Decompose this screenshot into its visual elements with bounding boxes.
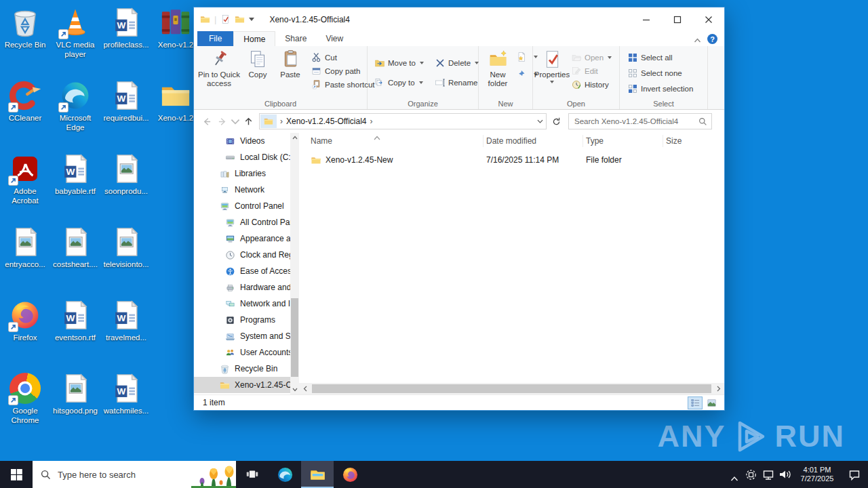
up-button[interactable] — [240, 117, 256, 127]
desktop-icon-entryacco[interactable]: entryacco... — [0, 226, 50, 269]
pin-to-quick-access-button[interactable]: Pin to Quick access — [197, 48, 241, 88]
open-button[interactable]: Open — [571, 52, 612, 63]
taskbar-edge-button[interactable] — [269, 461, 301, 488]
desktop-icon-eventson-rtf[interactable]: Weventson.rtf — [50, 300, 100, 342]
desktop-icon-profileclass[interactable]: Wprofileclass... — [101, 7, 151, 49]
maximize-button[interactable] — [662, 7, 693, 31]
search-input[interactable] — [573, 117, 698, 126]
tray-chevron-up-icon[interactable] — [726, 472, 743, 477]
tab-home[interactable]: Home — [233, 31, 275, 47]
task-view-button[interactable] — [236, 461, 269, 488]
tray-sandbox-icon[interactable] — [743, 469, 760, 481]
action-center-icon[interactable] — [841, 469, 868, 481]
scrollbar-thumb[interactable] — [291, 298, 298, 377]
taskbar-search-box[interactable] — [33, 461, 236, 488]
taskbar-clock[interactable]: 4:01 PM 7/27/2025 — [793, 466, 841, 483]
start-button[interactable] — [0, 461, 33, 488]
back-button[interactable] — [198, 117, 214, 127]
desktop-icon-ccleaner[interactable]: CCleaner — [0, 80, 50, 123]
nav-item-xeno-v1-2-45-of[interactable]: Xeno-v1.2.45-Of — [194, 377, 290, 393]
nav-item-videos[interactable]: Videos — [194, 133, 290, 149]
nav-item-local-disk-c[interactable]: Local Disk (C:) — [194, 149, 290, 165]
desktop-icon-firefox[interactable]: Firefox — [0, 300, 50, 342]
desktop-icon-televisionto[interactable]: televisionto... — [101, 226, 151, 269]
nav-item-programs[interactable]: Programs — [194, 312, 290, 328]
nav-item-all-control-par[interactable]: All Control Par — [194, 214, 290, 230]
breadcrumb[interactable]: Xeno-v1.2.45-Official4 — [286, 117, 367, 126]
address-folder-icon[interactable] — [260, 115, 277, 128]
desktop-icon-babyable-rtf[interactable]: Wbabyable.rtf — [50, 153, 100, 196]
delete-button[interactable]: Delete — [435, 57, 479, 68]
nav-item-libraries[interactable]: Libraries — [194, 165, 290, 182]
paste-shortcut-button[interactable]: Paste shortcut — [311, 79, 375, 90]
refresh-icon[interactable] — [548, 117, 564, 126]
help-icon[interactable]: ? — [707, 34, 717, 44]
forward-button[interactable] — [214, 117, 231, 127]
desktop-icon-adobe-acrobat[interactable]: Adobe Acrobat — [0, 153, 50, 205]
properties-icon[interactable] — [220, 14, 231, 24]
chevron-down-icon[interactable] — [249, 18, 254, 21]
tray-network-icon[interactable] — [760, 469, 776, 481]
folder-icon[interactable] — [235, 14, 245, 24]
nav-item-appearance-an[interactable]: Appearance an — [194, 230, 290, 247]
minimize-button[interactable] — [631, 7, 662, 31]
properties-button[interactable]: Properties — [536, 48, 568, 83]
address-dropdown-icon[interactable] — [534, 119, 546, 123]
desktop-icon-microsoft-edge[interactable]: Microsoft Edge — [50, 80, 100, 132]
nav-item-system-and-se[interactable]: System and Se — [194, 328, 290, 344]
scroll-up-icon[interactable] — [290, 133, 299, 142]
scrollbar-thumb[interactable] — [312, 384, 711, 393]
cut-button[interactable]: Cut — [311, 52, 375, 63]
column-header-name[interactable]: Name — [299, 135, 484, 147]
nav-scrollbar[interactable] — [290, 133, 299, 394]
column-header-size[interactable]: Size — [663, 135, 722, 147]
search-icon[interactable] — [698, 117, 707, 126]
desktop-icon-vlc-media-player[interactable]: VLC media player — [50, 7, 100, 59]
horizontal-scrollbar[interactable] — [299, 383, 724, 394]
breadcrumb-chevron[interactable]: › — [367, 117, 376, 126]
copy-to-button[interactable]: Copy to — [374, 77, 424, 88]
taskbar-firefox-button[interactable] — [334, 461, 366, 488]
copy-path-button[interactable]: Copy path — [311, 65, 375, 77]
invert-selection-button[interactable]: Invert selection — [627, 83, 693, 94]
tab-view[interactable]: View — [316, 31, 353, 46]
rename-button[interactable]: Rename — [435, 77, 479, 88]
recent-locations-icon[interactable] — [231, 117, 240, 127]
file-row-xeno-v1-2-45-new[interactable]: Xeno-v1.2.45-New7/16/2025 11:14 PMFile f… — [299, 152, 724, 167]
edit-button[interactable]: Edit — [571, 65, 612, 77]
folder-icon[interactable] — [200, 14, 210, 24]
nav-item-clock-and-regi[interactable]: Clock and Regi — [194, 247, 290, 263]
nav-item-control-panel[interactable]: Control Panel — [194, 198, 290, 214]
new-folder-button[interactable]: New folder — [481, 48, 514, 88]
select-all-button[interactable]: Select all — [627, 52, 693, 63]
move-to-button[interactable]: Move to — [374, 57, 424, 68]
tab-file[interactable]: File — [197, 31, 233, 46]
tray-volume-icon[interactable] — [776, 469, 793, 480]
scroll-left-icon[interactable] — [299, 383, 311, 394]
history-button[interactable]: History — [571, 79, 612, 90]
copy-button[interactable]: Copy — [241, 48, 274, 79]
nav-item-hardware-and-s[interactable]: Hardware and S — [194, 279, 290, 296]
tab-share[interactable]: Share — [275, 31, 316, 46]
desktop-icon-soonprodu[interactable]: soonprodu... — [101, 153, 151, 196]
details-view-button[interactable] — [688, 396, 703, 409]
column-header-type[interactable]: Type — [583, 135, 663, 147]
desktop-icon-watchmiles[interactable]: Wwatchmiles... — [101, 373, 151, 415]
taskbar-file-explorer-button[interactable] — [301, 461, 334, 488]
desktop-icon-recycle-bin[interactable]: Recycle Bin — [0, 7, 50, 49]
nav-item-network-and-in[interactable]: Network and In — [194, 296, 290, 312]
breadcrumb-chevron[interactable]: › — [277, 117, 286, 126]
close-button[interactable] — [693, 7, 724, 31]
select-none-button[interactable]: Select none — [627, 67, 693, 79]
scroll-right-icon[interactable] — [713, 383, 724, 394]
desktop-icon-google-chrome[interactable]: Google Chrome — [0, 373, 50, 425]
column-header-date-modified[interactable]: Date modified — [484, 135, 583, 147]
search-box[interactable] — [568, 113, 712, 129]
paste-button[interactable]: Paste — [274, 48, 307, 79]
nav-item-user-accounts[interactable]: User Accounts — [194, 344, 290, 361]
title-bar[interactable]: | Xeno-v1.2.45-Official4 — [194, 7, 724, 31]
address-bar[interactable]: › Xeno-v1.2.45-Official4 › — [259, 113, 547, 129]
search-highlight-tulips-image[interactable] — [191, 465, 236, 488]
desktop-icon-hitsgood-png[interactable]: hitsgood.png — [50, 373, 100, 415]
thumbnails-view-button[interactable] — [704, 396, 719, 409]
